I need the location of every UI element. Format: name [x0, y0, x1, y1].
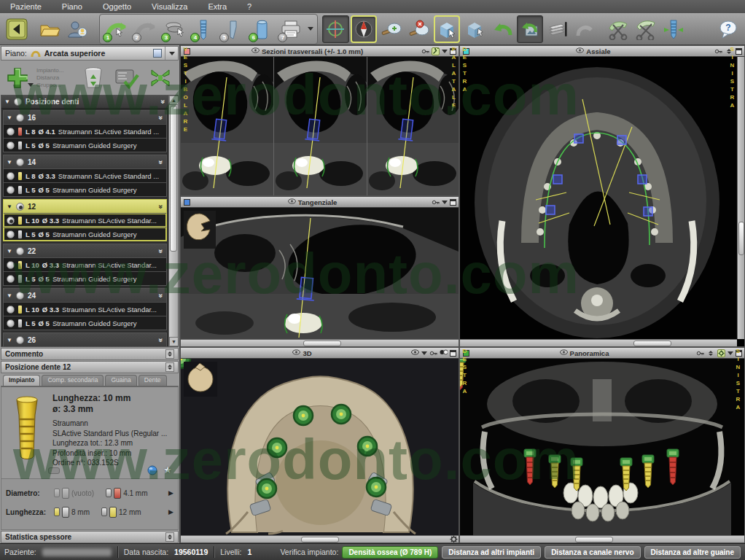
- cut-section-button[interactable]: [605, 15, 631, 43]
- menu-paziente[interactable]: Paziente: [0, 2, 52, 11]
- collapse-group-icon[interactable]: »: [157, 249, 165, 253]
- collapse-spinner-icon[interactable]: [165, 362, 174, 372]
- plan-selector-bar[interactable]: Piano: Arcata superiore: [1, 46, 179, 61]
- undo-button[interactable]: [489, 15, 515, 43]
- collapse-triangle-icon[interactable]: ▼: [4, 98, 10, 105]
- tooth-group-header[interactable]: ▼ 24 »: [4, 289, 166, 302]
- collapse-triangle-icon[interactable]: ▼: [7, 248, 12, 254]
- favorite-star-icon[interactable]: ★: [163, 464, 172, 475]
- sleeve-row[interactable]: L 5 Ø 5 Straumann Guided Surgery: [4, 271, 166, 285]
- model-step-button[interactable]: 3: [160, 15, 188, 43]
- add-menu-group[interactable]: Gruppo...: [36, 82, 74, 89]
- sleeve-row[interactable]: L 5 Ø 5 Straumann Guided Surgery: [4, 182, 166, 196]
- threed-render[interactable]: [181, 359, 459, 535]
- collapse-group-icon[interactable]: »: [157, 338, 165, 342]
- sleeve-step-button[interactable]: 6: [248, 15, 276, 43]
- implant-row[interactable]: L 8 Ø 4.1 Straumann SLActive Standard ..…: [4, 124, 166, 138]
- statistics-section-header[interactable]: Statistica spessore: [1, 531, 179, 543]
- collapse-group-icon[interactable]: »: [157, 204, 165, 209]
- cross-section-ct-images[interactable]: [181, 57, 459, 195]
- maximize-icon[interactable]: [736, 48, 742, 55]
- distance-implants-button[interactable]: Distanza ad altri impianti: [442, 546, 541, 559]
- diameter-option-41[interactable]: 4.1 mm: [106, 488, 147, 499]
- length-next-icon[interactable]: ▶: [168, 508, 173, 516]
- print-step-button[interactable]: 7: [277, 15, 305, 43]
- key-icon[interactable]: [421, 47, 429, 55]
- panel-dropdown-icon[interactable]: [442, 201, 448, 204]
- tangential-ct-image[interactable]: [181, 208, 459, 339]
- collapse-triangle-icon[interactable]: ▼: [7, 159, 12, 166]
- key-icon[interactable]: [696, 349, 704, 357]
- rotate-cube-button[interactable]: [461, 15, 488, 43]
- scrollbar-handle[interactable]: [170, 106, 177, 252]
- scrollbar-handle[interactable]: [633, 341, 671, 346]
- panoramic-header[interactable]: Panoramica: [460, 348, 744, 359]
- bone-density-button[interactable]: Densità ossea (Ø 789 H): [342, 546, 438, 559]
- plan-dropdown-button[interactable]: [165, 47, 178, 60]
- group-radio-icon[interactable]: [16, 203, 24, 211]
- group-radio-icon[interactable]: [16, 114, 24, 122]
- item-radio-icon[interactable]: [7, 306, 15, 314]
- add-menu-distance[interactable]: Distanza: [36, 74, 74, 82]
- abutment-step-button[interactable]: 5: [219, 15, 246, 43]
- tooth-group-header[interactable]: ▼ 26 »: [4, 333, 166, 346]
- add-object-button[interactable]: [3, 63, 32, 93]
- crosshair-toggle-button[interactable]: [322, 15, 348, 43]
- export-view-button[interactable]: [517, 15, 543, 43]
- scrollbar-handle[interactable]: [303, 341, 341, 346]
- implant-list-scrollbar[interactable]: ▲ ▼: [168, 96, 178, 346]
- panel-dropdown-icon[interactable]: [442, 50, 448, 53]
- tooth-position-section-header[interactable]: Posizione dente 12: [1, 361, 179, 373]
- commento-section-header[interactable]: Commento: [1, 348, 179, 360]
- implant-step-button[interactable]: 4: [190, 15, 217, 43]
- plan-report-icon[interactable]: [153, 49, 162, 58]
- implant-list-header[interactable]: ▼ Posizione denti »: [1, 96, 168, 109]
- scroll-down-icon[interactable]: ▼: [169, 337, 179, 346]
- tooth-group-header[interactable]: ▼ 22 »: [4, 244, 166, 257]
- contrast-toggle-icon[interactable]: [440, 349, 448, 357]
- maximize-icon[interactable]: [450, 199, 456, 206]
- list-radio-icon[interactable]: [14, 98, 22, 106]
- sleeve-row[interactable]: L 5 Ø 5 Straumann Guided Surgery: [4, 316, 166, 330]
- collapse-group-icon[interactable]: »: [157, 115, 165, 120]
- open-folder-button[interactable]: [36, 15, 63, 43]
- diameter-next-icon[interactable]: ▶: [168, 489, 173, 497]
- collapse-triangle-icon[interactable]: ▼: [7, 337, 12, 343]
- add-dropdown-icon[interactable]: [28, 83, 34, 87]
- menu-visualizza[interactable]: Visualizza: [141, 2, 198, 11]
- length-option-8[interactable]: 8 mm: [54, 507, 90, 518]
- key-icon[interactable]: [714, 47, 722, 55]
- gear-icon[interactable]: [718, 350, 725, 357]
- item-radio-icon[interactable]: [7, 275, 15, 283]
- plan-step-button[interactable]: 1: [102, 15, 130, 43]
- add-menu-implant[interactable]: Impianto...: [36, 67, 74, 74]
- axial-vscrollbar[interactable]: [737, 57, 744, 339]
- tab-guaina[interactable]: Guaina: [105, 375, 136, 386]
- length-option-12[interactable]: 12 mm: [101, 507, 141, 518]
- tooth-group-header[interactable]: ▼ 12 »: [4, 200, 166, 213]
- tangential-header[interactable]: Tangenziale: [181, 197, 459, 208]
- group-radio-icon[interactable]: [16, 336, 24, 344]
- sleeve-row[interactable]: L 5 Ø 5 Straumann Guided Surgery: [4, 138, 166, 152]
- menu-extra[interactable]: Extra: [198, 2, 237, 11]
- step-2-button[interactable]: 2: [131, 15, 159, 43]
- axial-hscrollbar[interactable]: [460, 339, 737, 346]
- workflow-dropdown-icon[interactable]: [308, 27, 313, 31]
- item-radio-icon[interactable]: [7, 217, 15, 225]
- info-badge[interactable]: [48, 467, 60, 474]
- tangential-hscrollbar[interactable]: [181, 339, 459, 346]
- threed-hscrollbar[interactable]: [181, 535, 459, 542]
- sleeve-row[interactable]: L 5 Ø 5 Straumann Guided Surgery: [4, 227, 166, 241]
- visibility-eye-icon[interactable]: [411, 349, 419, 357]
- tab-impianto[interactable]: Impianto: [3, 375, 40, 386]
- collapse-group-icon[interactable]: »: [157, 293, 165, 298]
- item-radio-icon[interactable]: [7, 319, 15, 327]
- threed-header[interactable]: 3D: [181, 348, 459, 359]
- distribute-button[interactable]: [146, 63, 175, 93]
- menu-piano[interactable]: Piano: [52, 2, 93, 11]
- layers-button[interactable]: [545, 15, 571, 43]
- collapse-group-icon[interactable]: »: [157, 160, 165, 164]
- delete-object-button[interactable]: [79, 63, 108, 93]
- distance-sleeves-button[interactable]: Distanza ad altre guaine: [644, 546, 741, 559]
- group-radio-icon[interactable]: [16, 292, 24, 300]
